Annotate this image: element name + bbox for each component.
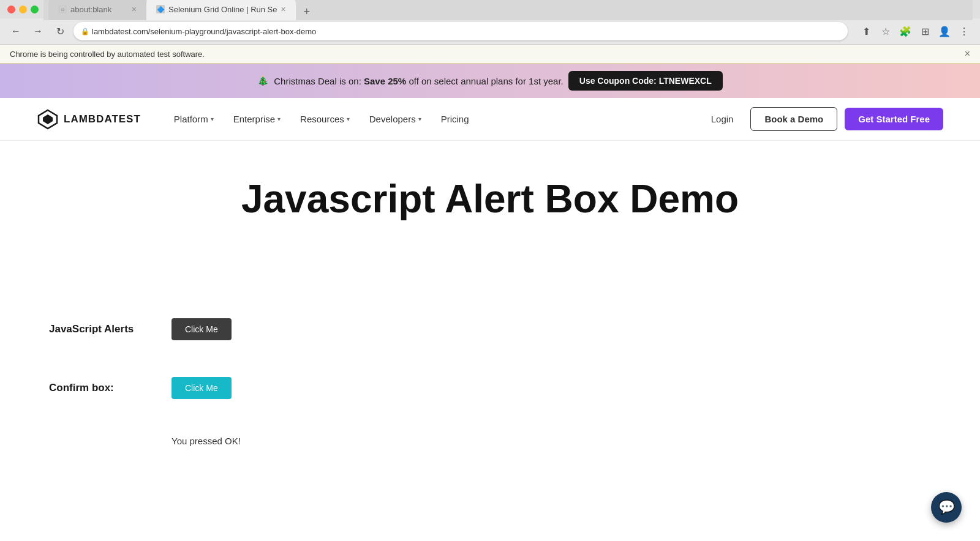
- banner-text-before: Christmas Deal is on:: [274, 76, 361, 86]
- nav-label-enterprise: Enterprise: [233, 114, 275, 124]
- tab-favicon-2: 🔷: [156, 5, 165, 13]
- title-bar: ○ about:blank × 🔷 Selenium Grid Online |…: [0, 0, 980, 18]
- bookmark-icon[interactable]: ☆: [877, 23, 894, 40]
- close-button[interactable]: [7, 6, 15, 13]
- tab-about-blank[interactable]: ○ about:blank ×: [48, 0, 146, 20]
- nav-label-platform: Platform: [174, 114, 208, 124]
- banner-text-bold: Save 25%: [364, 76, 406, 86]
- toolbar-icons: ⬆ ☆ 🧩 ⊞ 👤 ⋮: [858, 23, 973, 40]
- chevron-down-icon-resources: ▾: [347, 116, 350, 122]
- banner-text: Christmas Deal is on: Save 25% off on se…: [274, 76, 564, 86]
- nav-actions: Login Book a Demo Get Started Free: [701, 107, 943, 131]
- profile-icon[interactable]: 👤: [936, 23, 953, 40]
- tab-title-1: about:blank: [70, 5, 111, 14]
- menu-icon[interactable]: ⋮: [956, 23, 973, 40]
- nav-item-enterprise[interactable]: Enterprise ▾: [225, 109, 289, 129]
- confirm-click-button[interactable]: Click Me: [172, 377, 232, 399]
- page-title: Javascript Alert Box Demo: [49, 177, 931, 220]
- demo-section: JavaScript Alerts Click Me Confirm box: …: [0, 318, 980, 446]
- logo-icon: [37, 108, 59, 130]
- automation-message: Chrome is being controlled by automated …: [10, 50, 205, 59]
- main-content: Javascript Alert Box Demo: [0, 141, 980, 318]
- js-alerts-label: JavaScript Alerts: [49, 323, 159, 335]
- refresh-button[interactable]: ↻: [51, 23, 69, 40]
- extension-icon[interactable]: 🧩: [897, 23, 914, 40]
- book-demo-button[interactable]: Book a Demo: [750, 107, 837, 131]
- sidebar-icon[interactable]: ⊞: [916, 23, 933, 40]
- chevron-down-icon-enterprise: ▾: [277, 116, 281, 122]
- js-alert-click-button[interactable]: Click Me: [172, 318, 232, 340]
- minimize-button[interactable]: [19, 6, 27, 13]
- traffic-lights: [7, 6, 39, 13]
- page-content: 🎄 Christmas Deal is on: Save 25% off on …: [0, 64, 980, 446]
- tab-selenium[interactable]: 🔷 Selenium Grid Online | Run Se ×: [146, 0, 296, 20]
- browser-chrome: ○ about:blank × 🔷 Selenium Grid Online |…: [0, 0, 980, 64]
- banner-emoji: 🎄: [257, 75, 269, 86]
- promo-banner: 🎄 Christmas Deal is on: Save 25% off on …: [0, 64, 980, 98]
- logo-text: LAMBDATEST: [64, 113, 141, 125]
- back-button[interactable]: ←: [7, 23, 24, 40]
- navbar: LAMBDATEST Platform ▾ Enterprise ▾ Resou…: [0, 98, 980, 141]
- automation-close[interactable]: ×: [965, 48, 970, 59]
- nav-item-pricing[interactable]: Pricing: [432, 109, 478, 129]
- forward-button[interactable]: →: [29, 23, 47, 40]
- chevron-down-icon-platform: ▾: [211, 116, 214, 122]
- coupon-button[interactable]: Use Coupon Code: LTNEWEXCL: [568, 71, 723, 91]
- chevron-down-icon-developers: ▾: [418, 116, 421, 122]
- share-icon[interactable]: ⬆: [858, 23, 875, 40]
- nav-links: Platform ▾ Enterprise ▾ Resources ▾ Deve…: [165, 109, 701, 129]
- confirm-result: You pressed OK!: [172, 436, 931, 446]
- nav-item-platform[interactable]: Platform ▾: [165, 109, 222, 129]
- address-bar: ← → ↻ 🔒 lambdatest.com/selenium-playgrou…: [0, 18, 980, 45]
- nav-item-developers[interactable]: Developers ▾: [361, 109, 430, 129]
- maximize-button[interactable]: [31, 6, 39, 13]
- js-alerts-row: JavaScript Alerts Click Me: [49, 318, 931, 340]
- new-tab-button[interactable]: +: [298, 3, 315, 20]
- tab-close-1[interactable]: ×: [132, 4, 137, 14]
- nav-label-developers: Developers: [369, 114, 416, 124]
- confirm-box-section: Confirm box: Click Me You pressed OK!: [49, 377, 931, 446]
- nav-label-resources: Resources: [300, 114, 344, 124]
- banner-text-after: off on select annual plans for 1st year.: [409, 76, 563, 86]
- nav-label-pricing: Pricing: [441, 114, 469, 124]
- nav-item-resources[interactable]: Resources ▾: [292, 109, 358, 129]
- get-started-button[interactable]: Get Started Free: [845, 108, 943, 130]
- tab-favicon-1: ○: [58, 5, 67, 13]
- automation-bar: Chrome is being controlled by automated …: [0, 45, 980, 64]
- tabs-bar: ○ about:blank × 🔷 Selenium Grid Online |…: [43, 0, 973, 20]
- tab-close-2[interactable]: ×: [281, 4, 286, 14]
- url-input[interactable]: 🔒 lambdatest.com/selenium-playground/jav…: [74, 22, 848, 40]
- logo[interactable]: LAMBDATEST: [37, 108, 141, 130]
- confirm-box-label: Confirm box:: [49, 382, 159, 394]
- tab-title-2: Selenium Grid Online | Run Se: [168, 5, 277, 14]
- confirm-box-row: Confirm box: Click Me: [49, 377, 931, 399]
- login-button[interactable]: Login: [701, 109, 744, 129]
- lock-icon: 🔒: [81, 28, 89, 35]
- url-text: lambdatest.com/selenium-playground/javas…: [92, 27, 316, 36]
